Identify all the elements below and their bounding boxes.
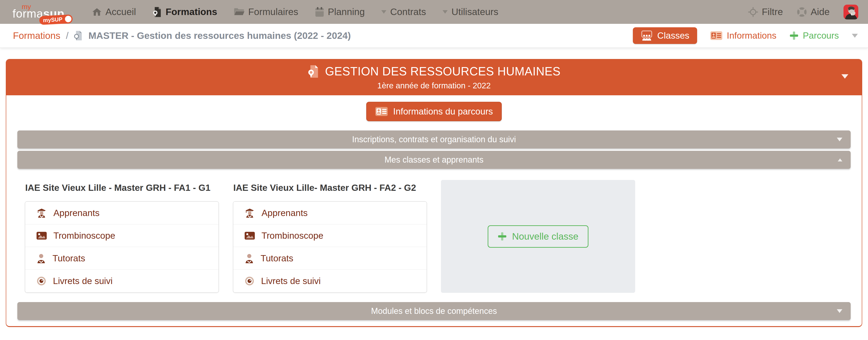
image-icon [36, 231, 47, 240]
eye-icon [36, 276, 46, 286]
nav-item-formations[interactable]: Formations [144, 6, 225, 17]
nav-label: Utilisateurs [451, 6, 498, 17]
trombinoscope-link[interactable]: Trombinoscope [25, 224, 218, 247]
accordion-label: Inscriptions, contrats et organisation d… [352, 134, 516, 144]
caret-up-icon [838, 158, 842, 161]
top-navbar: my formasup mySUP Accueil Formations [0, 0, 868, 24]
livrets-de-suivi-link[interactable]: Livrets de suivi [25, 270, 218, 292]
class-column-2: IAE Site Vieux Lille- Master GRH - FA2 -… [233, 180, 427, 293]
help-button[interactable]: Aide [797, 6, 830, 17]
accordion-mes-classes[interactable]: Mes classes et apprenants [17, 151, 851, 169]
livrets-de-suivi-link[interactable]: Livrets de suivi [233, 270, 427, 292]
chalkboard-users-icon [641, 30, 653, 41]
nav-label: Formulaires [248, 6, 298, 17]
caret-down-icon [442, 10, 447, 13]
accordion-label: Mes classes et apprenants [384, 155, 484, 165]
folder-icon [234, 7, 244, 17]
filter-button[interactable]: Filtre [748, 6, 783, 17]
page-title: MASTER - Gestion des ressources humaines… [88, 30, 351, 41]
add-parcours-button[interactable]: Parcours [789, 31, 839, 41]
class-panel: Apprenants Trombinoscope Tutorats [233, 201, 427, 293]
mysup-badge: mySUP [39, 14, 73, 25]
formasup-logo[interactable]: my formasup mySUP [12, 0, 70, 24]
classes-button-label: Classes [657, 31, 689, 41]
user-graduate-icon [244, 208, 255, 218]
breadcrumb-bar: Formations / MASTER - Gestion des ressou… [0, 24, 868, 48]
user-graduate-icon [36, 208, 47, 218]
classes-button[interactable]: Classes [633, 27, 698, 44]
empty-column [649, 180, 843, 293]
award-icon [153, 7, 162, 17]
tutorats-link[interactable]: Tutorats [25, 247, 218, 270]
info-button-label: Informations du parcours [393, 106, 493, 117]
apprenants-link[interactable]: Apprenants [25, 202, 218, 224]
panel-item-label: Apprenants [54, 208, 99, 218]
id-card-icon [375, 106, 388, 117]
crosshair-icon [748, 7, 758, 17]
informations-button-label: Informations [727, 31, 776, 41]
main-area: GESTION DES RESSOURCES HUMAINES 1ère ann… [0, 48, 868, 327]
accordion-modules[interactable]: Modules et blocs de compétences [17, 302, 851, 320]
nav-label: Accueil [105, 6, 136, 17]
panel-item-label: Tutorats [53, 253, 85, 264]
nav-item-utilisateurs[interactable]: Utilisateurs [434, 6, 506, 17]
tutorats-link[interactable]: Tutorats [233, 247, 427, 270]
user-avatar[interactable] [843, 5, 858, 20]
panel-item-label: Trombinoscope [261, 230, 323, 241]
panel-item-label: Apprenants [261, 208, 308, 218]
breadcrumb: Formations / MASTER - Gestion des ressou… [13, 30, 351, 41]
nav-item-contrats[interactable]: Contrats [373, 6, 434, 17]
nav-label: Formations [165, 6, 217, 17]
course-subtitle: 1ère année de formation - 2022 [377, 81, 491, 90]
more-actions-caret-icon[interactable] [852, 34, 858, 38]
course-header: GESTION DES RESSOURCES HUMAINES 1ère ann… [6, 59, 862, 95]
topnav-right: Filtre Aide [748, 5, 858, 20]
classes-content: IAE Site Vieux Lille - Master GRH - FA1 … [6, 171, 862, 302]
course-title: GESTION DES RESSOURCES HUMAINES [325, 65, 561, 78]
life-ring-icon [797, 7, 807, 17]
nav-label: Aide [811, 6, 830, 17]
apprenants-link[interactable]: Apprenants [233, 202, 427, 224]
info-button-row: Informations du parcours [6, 95, 862, 130]
page-actions: Classes Informations Parcours [633, 27, 858, 44]
breadcrumb-separator: / [66, 30, 68, 41]
panel-item-label: Livrets de suivi [261, 276, 321, 286]
user-icon [244, 253, 254, 264]
nav-item-planning[interactable]: Planning [307, 6, 373, 17]
id-card-icon [710, 31, 722, 40]
user-icon [36, 253, 46, 264]
accordion-label: Modules et blocs de compétences [371, 306, 497, 316]
class-panel: Apprenants Trombinoscope Tutorats [25, 201, 219, 293]
nav-item-formulaires[interactable]: Formulaires [225, 6, 306, 17]
new-class-placeholder: Nouvelle classe [441, 180, 635, 293]
plus-icon [789, 31, 799, 40]
home-icon [92, 7, 102, 17]
new-class-button-label: Nouvelle classe [512, 231, 578, 242]
award-icon [308, 65, 319, 78]
caret-down-icon [381, 10, 386, 13]
calendar-icon [315, 7, 324, 17]
new-class-button[interactable]: Nouvelle classe [488, 225, 588, 248]
caret-down-icon [837, 309, 842, 313]
class-title: IAE Site Vieux Lille- Master GRH - FA2 -… [233, 180, 427, 201]
trombinoscope-link[interactable]: Trombinoscope [233, 224, 427, 247]
image-icon [244, 231, 255, 240]
informations-button[interactable]: Informations [710, 31, 776, 41]
accordion-inscriptions[interactable]: Inscriptions, contrats et organisation d… [17, 130, 851, 149]
breadcrumb-link-formations[interactable]: Formations [13, 30, 60, 41]
caret-down-icon [837, 137, 842, 141]
parcours-button-label: Parcours [803, 31, 839, 41]
class-title: IAE Site Vieux Lille - Master GRH - FA1 … [25, 180, 219, 201]
nav-label: Filtre [762, 6, 783, 17]
panel-item-label: Tutorats [260, 253, 293, 264]
panel-item-label: Livrets de suivi [53, 276, 113, 286]
nav-item-accueil[interactable]: Accueil [84, 6, 144, 17]
main-nav: Accueil Formations Formulaires [84, 6, 506, 17]
award-icon [74, 31, 83, 41]
informations-du-parcours-button[interactable]: Informations du parcours [366, 102, 501, 121]
eye-icon [244, 276, 255, 286]
plus-icon [498, 232, 507, 241]
panel-item-label: Trombinoscope [54, 230, 115, 241]
nav-label: Contrats [390, 6, 426, 17]
collapse-header-caret-icon[interactable] [841, 74, 848, 79]
